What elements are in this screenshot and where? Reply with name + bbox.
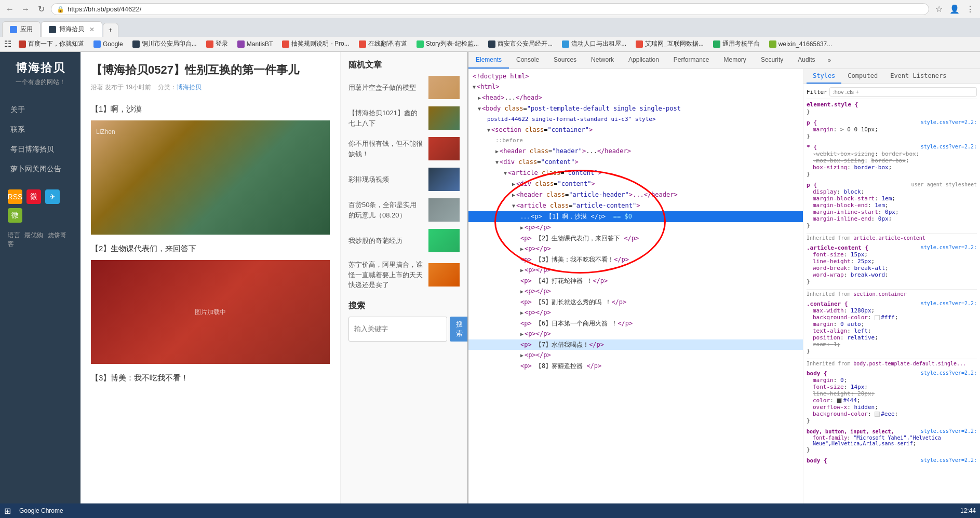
tree-header[interactable]: ▶<header class="header">...</header> bbox=[468, 146, 803, 157]
weibo-icon[interactable]: 微 bbox=[26, 189, 41, 204]
css-source[interactable]: style.css?ver=2.2: bbox=[921, 428, 977, 434]
sub-tab-styles[interactable]: Styles bbox=[807, 69, 841, 84]
sub-tab-event-listeners[interactable]: Event Listeners bbox=[884, 69, 952, 84]
devtools-tab-application[interactable]: Application bbox=[621, 52, 666, 69]
search-input[interactable] bbox=[348, 317, 447, 342]
address-bar[interactable]: 🔒 https://bh.sb/post/44622/ bbox=[51, 3, 929, 15]
tab-main[interactable]: 博海拾贝 ✕ bbox=[41, 21, 102, 37]
devtools-tab-console[interactable]: Console bbox=[509, 52, 546, 69]
devtools-tab-audits[interactable]: Audits bbox=[790, 52, 822, 69]
tree-article-header[interactable]: ▶<header class="article-header">...</hea… bbox=[468, 189, 803, 200]
nav-item-contact[interactable]: 联系 bbox=[0, 120, 80, 140]
tree-div-inner[interactable]: ▶<div class="content"> bbox=[468, 179, 803, 189]
bookmark-iresearch[interactable]: 艾瑞网_互联网数据... bbox=[634, 38, 706, 49]
devtools-tab-sources[interactable]: Sources bbox=[546, 52, 584, 69]
bookmark-google[interactable]: Google bbox=[91, 39, 125, 49]
devtools-tab-network[interactable]: Network bbox=[584, 52, 621, 69]
bookmark-translate[interactable]: 在线翻译,有道 bbox=[357, 38, 409, 49]
telegram-icon[interactable]: ✈ bbox=[45, 189, 60, 204]
random-article-5[interactable]: 百货50条，全部是实用的玩意儿（08.20） bbox=[348, 198, 460, 222]
search-button[interactable]: 搜索 bbox=[450, 317, 467, 342]
tab-close-icon[interactable]: ✕ bbox=[89, 26, 95, 33]
css-source[interactable]: style.css?ver=2.2: bbox=[921, 301, 977, 306]
category-link[interactable]: 博海拾贝 bbox=[177, 84, 202, 91]
apps-icon[interactable]: ☷ bbox=[4, 39, 11, 49]
bookmark-baidu[interactable]: 百度一下，你就知道 bbox=[17, 38, 86, 49]
css-source[interactable]: style.css?ver=2.2: bbox=[921, 119, 977, 125]
tree-head[interactable]: ▶<head>...</head> bbox=[468, 92, 803, 103]
bookmark-population[interactable]: 流动人口与出租屋... bbox=[560, 38, 628, 49]
tree-section[interactable]: ▼<section class="container"> bbox=[468, 125, 803, 135]
tree-p8[interactable]: <p> 【8】雾霾遥控器 ​​​​</p> bbox=[468, 361, 803, 371]
bookmark-button[interactable]: ☆ bbox=[933, 4, 945, 15]
bookmark-mantis[interactable]: MantisBT bbox=[235, 39, 275, 49]
tree-p-empty5[interactable]: ▶<p></p> bbox=[468, 307, 803, 318]
random-article-img-7 bbox=[428, 263, 460, 287]
devtools-tab-memory[interactable]: Memory bbox=[717, 52, 754, 69]
html-tree[interactable]: <!doctype html> ▼<html> ▶<head>...</head… bbox=[468, 69, 803, 508]
nav-item-about[interactable]: 关于 bbox=[0, 100, 80, 120]
css-source[interactable]: style.css?ver=2.2: bbox=[921, 244, 977, 250]
wechat-icon[interactable]: 微 bbox=[8, 208, 22, 223]
tree-p-empty6[interactable]: ▶<p></p> bbox=[468, 329, 803, 339]
css-source[interactable]: style.css?ver=2.2: bbox=[921, 370, 977, 376]
site-logo: 博海拾贝 一个有趣的网站！ bbox=[0, 52, 80, 95]
nav-item-daily[interactable]: 每日博海拾贝 bbox=[0, 140, 80, 159]
forward-button[interactable]: → bbox=[20, 4, 31, 15]
bookmark-favicon bbox=[282, 40, 289, 48]
css-filter-input[interactable] bbox=[829, 87, 977, 97]
random-article-4[interactable]: 彩排现场视频 bbox=[348, 168, 460, 191]
random-article-7[interactable]: 苏宁价高，阿里搞合，谁怪一直喊着要上市的天天快递还是卖了 bbox=[348, 260, 460, 290]
link-youhuo[interactable]: 最优购 bbox=[24, 231, 43, 239]
bookmark-login[interactable]: 登录 bbox=[204, 38, 230, 49]
reload-button[interactable]: ↻ bbox=[35, 4, 47, 15]
css-source: user agent stylesheet bbox=[911, 182, 977, 187]
css-prop-bgc: background-color: #fff; bbox=[807, 314, 977, 321]
bookmark-draw[interactable]: 抽奖规则说明 - Pro... bbox=[280, 38, 351, 49]
tab-apps[interactable]: 应用 bbox=[2, 21, 41, 37]
tree-p-empty1[interactable]: ▶<p></p> bbox=[468, 222, 803, 233]
random-article-2[interactable]: 【博海拾贝1021】鑫的七上八下 bbox=[348, 106, 460, 130]
tree-article-body[interactable]: ▼<article class="article-content"> bbox=[468, 200, 803, 211]
tree-body[interactable]: ▼<body class="post-template-default sing… bbox=[468, 103, 803, 114]
devtools-tab-elements[interactable]: Elements bbox=[468, 52, 509, 69]
css-source[interactable]: style.css?ver=2.2: bbox=[921, 457, 977, 463]
tree-p6[interactable]: <p> 【6】​日本第一个商用火箭 ​​​​​！</p> bbox=[468, 318, 803, 329]
tree-doctype[interactable]: <!doctype html> bbox=[468, 71, 803, 81]
tree-p7[interactable]: <p> 【7】水借我喝点！​​​​</p> bbox=[468, 339, 803, 350]
link-language[interactable]: 语言 bbox=[8, 231, 20, 239]
devtools-tab-security[interactable]: Security bbox=[754, 52, 790, 69]
tree-p4[interactable]: <p> 【4】打花蛇神器 ​​​​！</p> bbox=[468, 276, 803, 286]
bookmark-story[interactable]: Story列表-纪检监... bbox=[414, 38, 481, 49]
css-source[interactable]: style.css?ver=2.2: bbox=[921, 144, 977, 149]
bookmark-tongchuan[interactable]: 铜川市公安局印台... bbox=[130, 38, 199, 49]
random-article-1[interactable]: 用薯片空盒子做的模型 bbox=[348, 76, 460, 99]
nav-item-radish[interactable]: 萝卜网关闭公告 bbox=[0, 159, 80, 179]
tree-p-empty4[interactable]: ▶<p></p> bbox=[468, 286, 803, 297]
tab-new[interactable]: + bbox=[103, 23, 118, 37]
sub-tab-computed[interactable]: Computed bbox=[841, 69, 884, 84]
account-button[interactable]: 👤 bbox=[949, 4, 960, 15]
tree-p2[interactable]: <p> 【2】生物课代表们，来回答下 </p> bbox=[468, 233, 803, 243]
bookmark-xian[interactable]: 西安市公安局经开... bbox=[486, 38, 555, 49]
bookmarks-bar: ☷ 百度一下，你就知道 Google 铜川市公安局印台... 登录 Mantis… bbox=[0, 37, 980, 51]
devtools-tab-performance[interactable]: Performance bbox=[666, 52, 717, 69]
tree-p3[interactable]: <p> 【3】博美：我不吃我不看！</p> bbox=[468, 254, 803, 265]
tree-p5[interactable]: <p> 【5】副长就这么秀的吗 ​​​​！</p> bbox=[468, 297, 803, 307]
random-article-6[interactable]: 我炒股的奇葩经历 bbox=[348, 229, 460, 252]
tree-div-content[interactable]: ▼<div class="content"> bbox=[468, 157, 803, 168]
random-article-3[interactable]: 你不用很有钱，但不能很缺钱！ bbox=[348, 137, 460, 160]
bookmark-platform[interactable]: 通用考核平台 bbox=[711, 38, 762, 49]
bookmark-weixin[interactable]: weixin_41665637... bbox=[767, 39, 834, 49]
rss-icon[interactable]: RSS bbox=[8, 189, 22, 204]
tree-p-empty2[interactable]: ▶<p></p> bbox=[468, 243, 803, 254]
tree-p-empty7[interactable]: ▶<p></p> bbox=[468, 350, 803, 361]
tree-p-empty3[interactable]: ▶<p></p> bbox=[468, 265, 803, 276]
taskbar-item-chrome[interactable]: Google Chrome bbox=[14, 506, 69, 515]
tree-html[interactable]: ▼<html> bbox=[468, 81, 803, 92]
tree-p1-selected[interactable]: ...<p> 【1】啊，沙漠 </p> == $0 bbox=[468, 211, 803, 222]
menu-button[interactable]: ⋮ bbox=[964, 4, 976, 15]
tree-article-content[interactable]: ▼<article class="content"> bbox=[468, 168, 803, 179]
devtools-more-tabs[interactable]: » bbox=[823, 52, 837, 68]
back-button[interactable]: ← bbox=[4, 4, 16, 15]
